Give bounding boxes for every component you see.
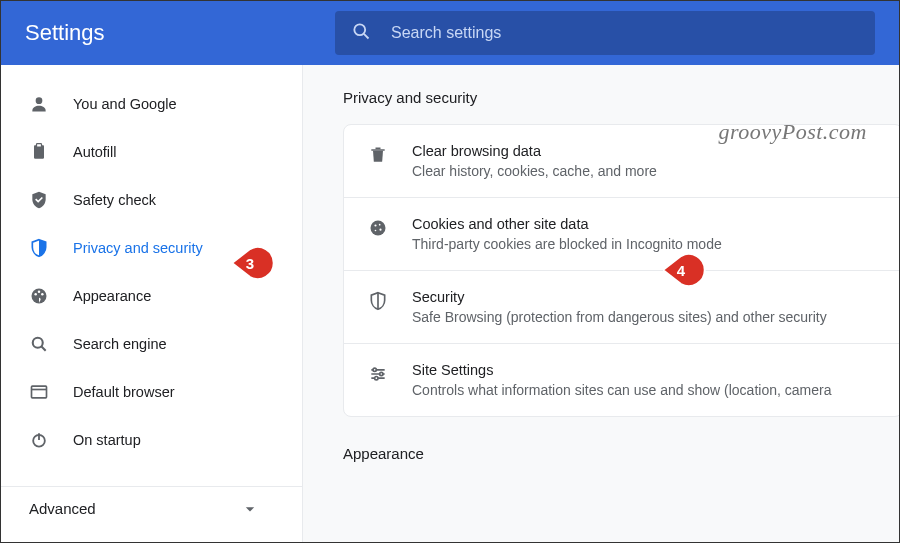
- person-icon: [29, 94, 49, 114]
- row-title: Security: [412, 289, 827, 305]
- svg-point-19: [375, 230, 377, 232]
- svg-point-15: [371, 221, 386, 236]
- settings-sliders-icon: [368, 364, 388, 384]
- privacy-card: Clear browsing data Clear history, cooki…: [343, 124, 899, 417]
- svg-point-2: [36, 97, 43, 104]
- search-input[interactable]: [391, 24, 859, 42]
- sidebar-advanced[interactable]: Advanced: [1, 486, 302, 530]
- clipboard-icon: [29, 142, 49, 162]
- sidebar-item-safety-check[interactable]: Safety check: [1, 179, 290, 221]
- sidebar-item-default-browser[interactable]: Default browser: [1, 371, 290, 413]
- svg-point-9: [33, 338, 43, 348]
- trash-icon: [368, 145, 388, 165]
- row-subtitle: Safe Browsing (protection from dangerous…: [412, 309, 827, 325]
- main-content: Privacy and security Clear browsing data…: [303, 65, 899, 542]
- sidebar-item-label: Search engine: [73, 336, 167, 352]
- sidebar-item-search-engine[interactable]: Search engine: [1, 323, 290, 365]
- sidebar-item-appearance[interactable]: Appearance: [1, 275, 290, 317]
- sidebar-item-on-startup[interactable]: On startup: [1, 419, 290, 461]
- svg-point-6: [34, 293, 37, 296]
- watermark: groovyPost.com: [718, 119, 867, 145]
- palette-icon: [29, 286, 49, 306]
- row-subtitle: Controls what information sites can use …: [412, 382, 831, 398]
- svg-point-17: [379, 224, 381, 226]
- row-site-settings[interactable]: Site Settings Controls what information …: [344, 344, 899, 416]
- svg-line-10: [42, 347, 46, 351]
- check-shield-icon: [29, 190, 49, 210]
- sidebar-item-label: Default browser: [73, 384, 175, 400]
- page-title: Settings: [25, 20, 335, 46]
- svg-point-25: [375, 377, 378, 380]
- sidebar: You and Google Autofill Safety check Pri…: [1, 65, 303, 542]
- security-shield-icon: [368, 291, 388, 311]
- cookie-icon: [368, 218, 388, 238]
- sidebar-item-label: Privacy and security: [73, 240, 203, 256]
- row-title: Site Settings: [412, 362, 831, 378]
- shield-icon: [29, 238, 49, 258]
- search-icon: [351, 21, 371, 45]
- svg-rect-11: [32, 386, 47, 398]
- sidebar-item-label: Safety check: [73, 192, 156, 208]
- svg-line-1: [364, 34, 369, 39]
- svg-point-23: [373, 368, 376, 371]
- callout-4: 4: [663, 252, 699, 288]
- svg-point-0: [354, 24, 365, 35]
- section-title-privacy: Privacy and security: [343, 89, 899, 106]
- svg-point-7: [38, 291, 41, 294]
- row-subtitle: Clear history, cookies, cache, and more: [412, 163, 657, 179]
- svg-point-16: [374, 224, 376, 226]
- row-cookies[interactable]: Cookies and other site data Third-party …: [344, 198, 899, 271]
- search-box[interactable]: [335, 11, 875, 55]
- sidebar-item-label: Appearance: [73, 288, 151, 304]
- row-title: Clear browsing data: [412, 143, 657, 159]
- svg-rect-4: [37, 144, 42, 147]
- row-security[interactable]: Security Safe Browsing (protection from …: [344, 271, 899, 344]
- power-icon: [29, 430, 49, 450]
- section-title-appearance: Appearance: [343, 445, 899, 462]
- callout-3: 3: [232, 245, 268, 281]
- browser-icon: [29, 382, 49, 402]
- sidebar-item-label: You and Google: [73, 96, 176, 112]
- sidebar-item-label: Autofill: [73, 144, 117, 160]
- header-bar: Settings: [1, 1, 899, 65]
- svg-point-8: [41, 293, 44, 296]
- svg-point-18: [379, 229, 381, 231]
- advanced-label: Advanced: [29, 500, 96, 517]
- row-title: Cookies and other site data: [412, 216, 722, 232]
- sidebar-item-label: On startup: [73, 432, 141, 448]
- row-subtitle: Third-party cookies are blocked in Incog…: [412, 236, 722, 252]
- search-icon: [29, 334, 49, 354]
- sidebar-item-autofill[interactable]: Autofill: [1, 131, 290, 173]
- sidebar-item-you-and-google[interactable]: You and Google: [1, 83, 290, 125]
- svg-point-24: [380, 372, 383, 375]
- chevron-down-icon: [240, 499, 260, 519]
